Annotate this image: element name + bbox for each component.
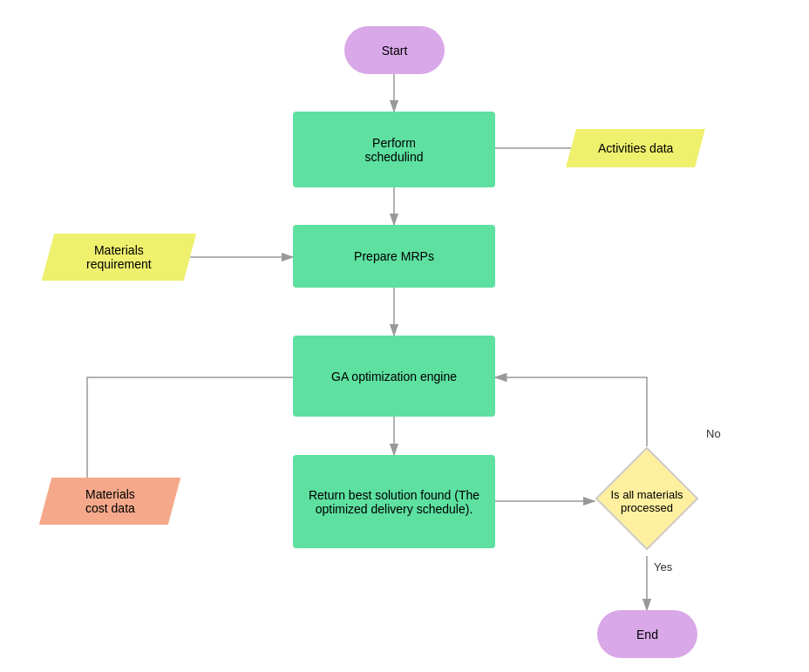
ga-optimization-label: GA optimization engine <box>331 370 457 384</box>
yes-label: Yes <box>654 560 672 574</box>
return-best-solution-label: Return best solution found (The optimize… <box>293 488 495 516</box>
materials-requirement-label: Materials requirement <box>86 243 152 271</box>
start-shape: Start <box>344 26 445 74</box>
is-all-materials-diamond: Is all materials processed <box>595 446 699 556</box>
end-shape: End <box>597 610 697 658</box>
perform-scheduling-box: Perform schedulind <box>293 112 495 187</box>
ga-optimization-box: GA optimization engine <box>293 336 495 417</box>
flowchart-diagram: Start Perform schedulind Activities data… <box>0 0 809 672</box>
materials-cost-shape: Materials cost data <box>39 478 180 525</box>
prepare-mrps-label: Prepare MRPs <box>354 249 434 263</box>
activities-data-shape: Activities data <box>566 129 705 167</box>
return-best-solution-box: Return best solution found (The optimize… <box>293 455 495 548</box>
materials-cost-label: Materials cost data <box>85 487 135 515</box>
is-all-materials-label: Is all materials processed <box>603 488 690 514</box>
activities-data-label: Activities data <box>598 141 673 155</box>
materials-requirement-shape: Materials requirement <box>42 234 196 281</box>
no-label: No <box>706 427 721 440</box>
end-label: End <box>636 628 658 641</box>
perform-scheduling-label: Perform schedulind <box>365 136 424 164</box>
start-label: Start <box>382 44 408 58</box>
prepare-mrps-box: Prepare MRPs <box>293 225 495 288</box>
